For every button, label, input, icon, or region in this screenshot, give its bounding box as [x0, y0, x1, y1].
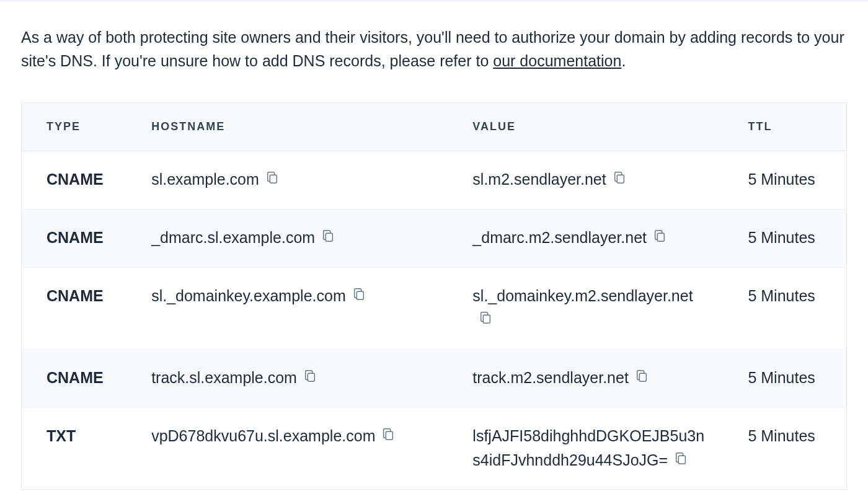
- record-type: CNAME: [22, 209, 127, 267]
- record-ttl: 5 Minutes: [723, 151, 846, 210]
- record-value: _dmarc.m2.sendlayer.net: [472, 229, 647, 246]
- copy-icon[interactable]: [674, 448, 688, 472]
- copy-icon[interactable]: [381, 424, 395, 448]
- record-type: CNAME: [22, 350, 127, 408]
- table-row: CNAMEsl.example.comsl.m2.sendlayer.net5 …: [22, 151, 847, 210]
- record-hostname-cell: sl.example.com: [126, 151, 448, 210]
- table-row: CNAME_dmarc.sl.example.com_dmarc.m2.send…: [22, 209, 847, 267]
- copy-icon[interactable]: [303, 366, 317, 390]
- copy-icon[interactable]: [635, 366, 649, 390]
- copy-icon[interactable]: [352, 284, 366, 308]
- svg-rect-8: [386, 431, 393, 439]
- copy-icon[interactable]: [653, 226, 666, 250]
- record-value-cell: track.m2.sendlayer.net: [448, 350, 723, 408]
- table-row: TXTvpD678dkvu67u.sl.example.comlsfjAJFI5…: [22, 407, 847, 490]
- record-hostname: _dmarc.sl.example.com: [151, 229, 315, 246]
- record-value-cell: lsfjAJFI58dihghhdDGKOEJB5u3ns4idFJvhnddh…: [448, 407, 723, 490]
- record-hostname: vpD678dkvu67u.sl.example.com: [151, 427, 375, 444]
- record-hostname: track.sl.example.com: [151, 369, 297, 386]
- table-header-hostname: HOSTNAME: [126, 103, 448, 151]
- record-value-cell: sl.m2.sendlayer.net: [448, 151, 723, 210]
- record-ttl: 5 Minutes: [723, 350, 846, 408]
- svg-rect-0: [270, 175, 277, 183]
- table-header-ttl: TTL: [723, 103, 846, 151]
- copy-icon[interactable]: [613, 167, 626, 192]
- svg-rect-4: [356, 291, 363, 299]
- record-value-cell: _dmarc.m2.sendlayer.net: [448, 209, 723, 267]
- record-value-cell: sl._domainkey.m2.sendlayer.net: [448, 267, 723, 350]
- record-value: sl.m2.sendlayer.net: [472, 170, 606, 188]
- record-hostname-cell: sl._domainkey.example.com: [126, 267, 448, 350]
- record-type: TXT: [22, 407, 127, 490]
- table-row: CNAMEsl._domainkey.example.comsl._domain…: [22, 267, 847, 350]
- svg-rect-1: [617, 175, 624, 183]
- svg-rect-6: [308, 373, 314, 381]
- intro-text-before: As a way of both protecting site owners …: [21, 29, 844, 69]
- svg-rect-7: [639, 373, 646, 381]
- svg-rect-2: [326, 233, 332, 241]
- copy-icon[interactable]: [479, 307, 492, 332]
- intro-paragraph: As a way of both protecting site owners …: [21, 26, 847, 73]
- record-ttl: 5 Minutes: [723, 407, 846, 490]
- record-hostname: sl._domainkey.example.com: [151, 287, 346, 304]
- svg-rect-5: [484, 316, 490, 324]
- svg-rect-9: [678, 456, 685, 464]
- table-header-type: TYPE: [22, 103, 127, 151]
- intro-text-after: .: [621, 52, 626, 69]
- dns-table-body: CNAMEsl.example.comsl.m2.sendlayer.net5 …: [22, 151, 847, 490]
- record-type: CNAME: [22, 267, 127, 350]
- record-hostname: sl.example.com: [151, 170, 259, 188]
- record-ttl: 5 Minutes: [723, 209, 846, 267]
- copy-icon[interactable]: [265, 167, 279, 192]
- table-row: CNAMEtrack.sl.example.comtrack.m2.sendla…: [22, 350, 847, 408]
- record-type: CNAME: [22, 151, 127, 210]
- record-value: sl._domainkey.m2.sendlayer.net: [472, 287, 693, 304]
- record-value: track.m2.sendlayer.net: [472, 369, 629, 386]
- copy-icon[interactable]: [321, 226, 335, 250]
- record-hostname-cell: _dmarc.sl.example.com: [126, 209, 448, 267]
- record-value: lsfjAJFI58dihghhdDGKOEJB5u3ns4idFJvhnddh…: [472, 427, 704, 469]
- record-hostname-cell: track.sl.example.com: [126, 350, 448, 408]
- dns-records-table: TYPE HOSTNAME VALUE TTL CNAMEsl.example.…: [21, 102, 847, 490]
- svg-rect-3: [657, 233, 664, 241]
- record-ttl: 5 Minutes: [723, 267, 846, 350]
- documentation-link[interactable]: our documentation: [493, 52, 621, 69]
- table-header-value: VALUE: [448, 103, 723, 151]
- record-hostname-cell: vpD678dkvu67u.sl.example.com: [126, 407, 448, 490]
